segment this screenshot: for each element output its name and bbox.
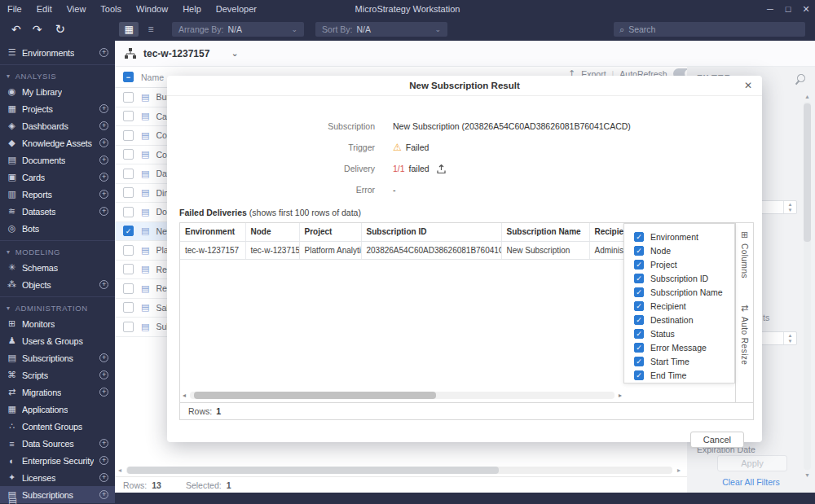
sidebar-section-modeling[interactable]: ▾MODELING <box>0 244 115 259</box>
sidebar-item-data-sources[interactable]: ≡Data Sources+ <box>0 435 115 452</box>
row-checkbox[interactable] <box>123 92 134 103</box>
column-toggle-subscription-name[interactable]: Subscription Name <box>634 285 734 299</box>
sidebar-item-subscriptions[interactable]: ▤Subscriptions+ <box>0 349 115 366</box>
sidebar-item-migrations[interactable]: ⇄Migrations+ <box>0 383 115 401</box>
refresh-icon[interactable]: ↻ <box>55 22 65 37</box>
search-box[interactable]: ⌕ <box>614 22 805 37</box>
checkbox-checked[interactable] <box>634 370 644 380</box>
scroll-left-icon[interactable]: ◂ <box>183 392 190 399</box>
tab-columns[interactable]: ⊞Columns <box>740 230 749 278</box>
sidebar-item-licenses[interactable]: ✦Licenses+ <box>0 469 115 486</box>
row-checkbox[interactable] <box>123 187 134 198</box>
clear-all-filters-link[interactable]: Clear All Filters <box>687 477 815 487</box>
add-icon[interactable]: + <box>99 156 108 164</box>
row-checkbox[interactable] <box>123 283 134 294</box>
menu-edit[interactable]: Edit <box>29 0 59 18</box>
menu-file[interactable]: File <box>0 0 29 18</box>
add-icon[interactable]: + <box>99 388 108 397</box>
add-icon[interactable]: + <box>99 439 108 448</box>
column-toggle-end-time[interactable]: End Time <box>634 368 734 382</box>
sidebar-section-analysis[interactable]: ▾ANALYSIS <box>0 68 115 83</box>
scrollbar-thumb[interactable] <box>127 467 499 474</box>
add-icon[interactable]: + <box>99 353 108 362</box>
checkbox-checked[interactable] <box>634 260 644 270</box>
sidebar-item-applications[interactable]: ▦Applications <box>0 401 115 418</box>
select-all-checkbox[interactable] <box>123 72 134 82</box>
column-toggle-destination[interactable]: Destination <box>634 313 734 327</box>
chevron-down-icon[interactable]: ⌄ <box>231 48 238 59</box>
row-checkbox[interactable] <box>123 169 134 179</box>
close-dialog-icon[interactable]: ✕ <box>744 76 752 96</box>
menu-view[interactable]: View <box>59 0 94 18</box>
add-icon[interactable]: + <box>99 173 108 182</box>
sidebar-item-cards[interactable]: ▣Cards+ <box>0 169 115 186</box>
checkbox-checked[interactable] <box>634 343 644 353</box>
sidebar-item-documents[interactable]: ▤Documents+ <box>0 151 115 169</box>
row-checkbox[interactable] <box>123 264 134 274</box>
checkbox-checked[interactable] <box>634 301 644 311</box>
row-checkbox[interactable] <box>123 207 134 217</box>
checkbox-checked[interactable] <box>634 246 644 256</box>
menu-window[interactable]: Window <box>129 0 175 18</box>
checkbox-checked[interactable] <box>634 287 644 297</box>
add-icon[interactable]: + <box>99 280 108 289</box>
add-icon[interactable]: + <box>99 370 108 379</box>
column-header-subscription-name[interactable]: Subscription Name <box>501 223 589 241</box>
checkbox-checked[interactable] <box>634 274 644 283</box>
table-horizontal-scrollbar[interactable]: ◂ ▸ <box>183 392 622 399</box>
sidebar-item-knowledge-assets[interactable]: ◆Knowledge Assets+ <box>0 134 115 151</box>
search-input[interactable] <box>628 24 800 34</box>
column-header-environment[interactable]: Environment <box>180 223 245 241</box>
add-icon[interactable]: + <box>99 104 108 113</box>
column-toggle-recipient[interactable]: Recipient <box>634 299 734 313</box>
sidebar-item-environments[interactable]: ☰Environments+ <box>0 44 115 61</box>
add-icon[interactable]: + <box>99 456 108 465</box>
spinner-arrows-icon[interactable]: ▲▼ <box>783 201 796 213</box>
maximize-icon[interactable]: □ <box>779 0 797 18</box>
sidebar-item-monitors[interactable]: ⊞Monitors <box>0 315 115 332</box>
row-checkbox[interactable] <box>123 302 134 313</box>
column-toggle-node[interactable]: Node <box>634 243 734 257</box>
sort-by-select[interactable]: Sort By: N/A ⌄ <box>315 22 447 37</box>
export-report-icon[interactable] <box>436 164 447 174</box>
sidebar-section-administration[interactable]: ▾ADMINISTRATION <box>0 300 115 315</box>
minimize-icon[interactable]: ─ <box>761 0 779 18</box>
column-toggle-subscription-id[interactable]: Subscription ID <box>634 271 734 285</box>
apply-button[interactable]: Apply <box>717 455 787 471</box>
column-toggle-status[interactable]: Status <box>634 327 734 340</box>
sidebar-item-enterprise-security[interactable]: ◐Enterprise Security+ <box>0 452 115 469</box>
add-icon[interactable]: + <box>99 207 108 216</box>
row-checkbox[interactable] <box>123 245 134 256</box>
main-horizontal-scrollbar[interactable]: ◂ ▸ <box>118 466 681 474</box>
column-toggle-start-time[interactable]: Start Time <box>634 354 734 368</box>
checkbox-checked[interactable] <box>634 315 644 325</box>
scroll-right-icon[interactable]: ▸ <box>672 467 681 474</box>
add-icon[interactable]: + <box>99 490 108 499</box>
add-icon[interactable]: + <box>99 121 108 130</box>
checkbox-checked[interactable] <box>634 329 644 339</box>
add-icon[interactable]: + <box>99 190 108 199</box>
name-column-header[interactable]: Name <box>141 72 164 82</box>
menu-developer[interactable]: Developer <box>209 0 264 18</box>
column-header-subscription-id[interactable]: Subscription ID <box>361 223 501 241</box>
column-header-project[interactable]: Project <box>299 223 361 241</box>
add-icon[interactable]: + <box>99 473 108 482</box>
pin-icon[interactable] <box>795 72 807 84</box>
sidebar-item-content-groups[interactable]: ∴Content Groups <box>0 418 115 435</box>
sidebar-item-schemas[interactable]: ✳Schemas <box>0 259 115 276</box>
add-icon[interactable]: + <box>99 48 108 57</box>
grid-view-icon[interactable]: ▦ <box>119 22 139 37</box>
checkbox-checked[interactable] <box>634 357 644 366</box>
scrollbar-thumb[interactable] <box>194 392 436 399</box>
redo-icon[interactable]: ↷ <box>33 22 42 37</box>
row-checkbox[interactable] <box>123 111 134 121</box>
cancel-button[interactable]: Cancel <box>690 432 744 448</box>
sidebar-item-projects[interactable]: ▦Projects+ <box>0 100 115 117</box>
add-icon[interactable]: + <box>99 138 108 147</box>
sidebar-item-datasets[interactable]: ≋Datasets+ <box>0 203 115 220</box>
sidebar-item-my-library[interactable]: ◉My Library <box>0 83 115 100</box>
scroll-right-icon[interactable]: ▸ <box>615 392 622 399</box>
menu-tools[interactable]: Tools <box>93 0 129 18</box>
menu-help[interactable]: Help <box>175 0 209 18</box>
row-checkbox[interactable] <box>123 130 134 141</box>
